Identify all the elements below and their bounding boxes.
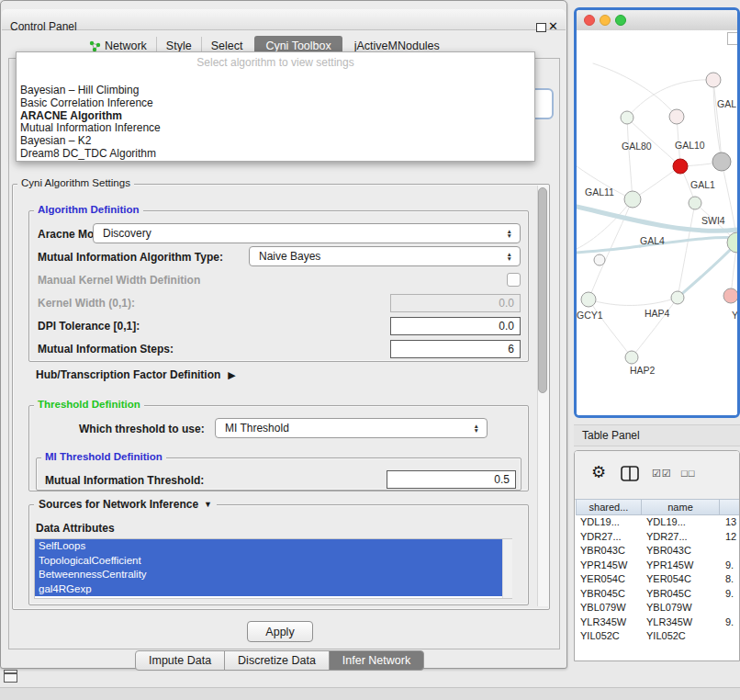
network-edge[interactable] [589,298,678,306]
data-attributes-list[interactable]: SelfLoopsTopologicalCoefficientBetweenne… [34,538,512,599]
algorithm-definition-title: Algorithm Definition [34,204,143,215]
collapsed-arrow-icon[interactable]: ▶ [228,369,235,381]
network-node[interactable] [581,292,596,307]
network-node[interactable] [669,109,684,124]
network-node[interactable] [723,288,737,303]
node-label: GAL11 [585,186,614,198]
network-edge[interactable] [589,299,632,357]
node-label: GAL1 [690,179,715,190]
data-attribute-item[interactable]: TopologicalCoefficient [35,554,505,569]
threshold-definition-title: Threshold Definition [34,399,144,410]
column-header[interactable] [719,499,740,515]
table-cell: YPR145W [577,559,643,573]
mac-minimize-icon[interactable] [600,15,611,26]
expanded-arrow-icon[interactable]: ▼ [204,500,212,509]
data-attribute-item[interactable]: SelfLoops [35,539,505,554]
which-threshold-value: MI Threshold [216,422,474,435]
network-edge[interactable] [713,80,722,162]
algorithm-option[interactable]: Basic Correlation Inference [18,97,533,110]
mi-threshold-label: Mutual Information Threshold: [45,474,204,487]
desktop-bottom-strip [0,687,740,700]
table-cell: 9. [722,587,740,602]
table-cell: YIL052C [577,629,643,644]
column-header[interactable]: shared... [576,499,642,515]
minimized-window-icon[interactable] [4,670,17,683]
mi-algorithm-type-combobox[interactable]: Naive Bayes ▲▼ [249,246,521,266]
network-edge[interactable] [577,246,640,253]
table-row[interactable]: YER054CYER054C8. [577,572,740,587]
dpi-tolerance-field[interactable]: 0.0 [390,317,521,335]
node-label: GAL4 [640,235,665,246]
network-node[interactable] [594,254,605,265]
deselect-all-icon[interactable]: □□ [681,468,695,479]
network-node[interactable] [712,152,731,171]
algorithm-option[interactable]: Mutual Information Inference [18,122,533,135]
column-header[interactable]: name [641,499,720,515]
network-node[interactable] [689,197,701,209]
column-selector-icon[interactable] [621,466,639,485]
close-window-icon[interactable]: ✕ [548,19,558,33]
which-threshold-combobox[interactable]: MI Threshold ▲▼ [215,418,488,438]
network-node[interactable] [671,291,684,304]
table-row[interactable]: YDR27...YDR27...12 [577,530,740,545]
table-row[interactable]: YDL19...YDL19...13 [577,515,740,530]
data-attributes-label: Data Attributes [36,522,115,535]
network-node[interactable] [706,73,721,87]
table-panel-title: Table Panel [582,429,640,442]
table-cell: 13 [722,515,740,530]
sources-group-title[interactable]: Sources for Network Inference ▼ [34,498,217,511]
mi-threshold-definition-title: MI Threshold Definition [41,451,166,462]
bottom-tab-discretize-data[interactable]: Discretize Data [224,650,330,671]
select-all-icon[interactable]: ☑☑ [652,468,672,480]
mi-threshold-field[interactable]: 0.5 [387,470,516,489]
network-node[interactable] [673,159,688,174]
data-attribute-item[interactable]: BetweennessCentrality [35,568,505,582]
network-edge[interactable] [627,118,633,199]
table-cell: YBR043C [643,544,722,559]
dpi-tolerance-label: DPI Tolerance [0,1]: [38,320,140,333]
table-cell: YLR345W [577,615,643,630]
network-edge[interactable] [632,298,678,357]
tab-label: Network [105,40,147,52]
network-node[interactable] [625,351,638,364]
table-row[interactable]: YLR345WYLR345W9. [577,615,740,630]
manual-kernel-width-checkbox[interactable] [507,273,521,287]
table-cell: YDR27... [577,530,643,545]
node-label: HAP4 [645,308,670,319]
hub-transcription-factor-section[interactable]: Hub/Transcription Factor Definition ▶ [36,368,236,381]
table-row[interactable]: YPR145WYPR145W9. [577,559,740,573]
table-cell: YDL19... [643,515,722,530]
network-node[interactable] [624,191,641,208]
mac-close-icon[interactable] [584,15,595,26]
algorithm-option[interactable]: ARACNE Algorithm [18,110,533,123]
mac-zoom-icon[interactable] [615,15,626,26]
apply-button[interactable]: Apply [247,621,313,642]
table-header-row[interactable]: shared...name [577,499,740,515]
algorithm-option[interactable]: Bayesian – K2 [18,135,533,148]
node-label: GCY1 [577,310,603,321]
network-node[interactable] [621,111,633,124]
mi-algorithm-type-value: Naive Bayes [250,250,507,263]
table-row[interactable]: YBR045CYBR045C9. [577,587,740,602]
bottom-tab-infer-network[interactable]: Infer Network [329,650,424,671]
network-canvas[interactable]: GAL80GAL10GAL11GAL1SWI4GAL4GCY1HAP4HAP2G… [577,30,737,415]
view-corner-widget[interactable] [727,32,739,45]
settings-scrollbar-thumb[interactable] [538,187,547,393]
node-label: GAL10 [675,140,705,151]
float-window-icon[interactable] [536,23,546,32]
table-cell: YER054C [577,572,643,587]
attributes-scrollbar-track[interactable] [502,539,512,598]
algorithm-option[interactable]: Dream8 DC_TDC Algorithm [18,148,533,161]
network-graph: GAL80GAL10GAL11GAL1SWI4GAL4GCY1HAP4HAP2G… [577,30,737,415]
aracne-mode-combobox[interactable]: Discovery ▲▼ [93,223,521,243]
gear-icon[interactable]: ⚙ [591,462,606,482]
data-attribute-item[interactable]: gal4RGexp [35,582,505,597]
tab-label: jActiveMNodules [354,40,440,52]
algorithm-option[interactable]: Bayesian – Hill Climbing [18,85,533,97]
table-row[interactable]: YIL052CYIL052C [577,629,740,644]
table-row[interactable]: YBL079WYBL079W [577,601,740,615]
bottom-tab-impute-data[interactable]: Impute Data [135,650,225,671]
node-label: SWI4 [701,215,725,226]
table-row[interactable]: YBR043CYBR043C [577,544,740,559]
mi-steps-field[interactable]: 6 [390,340,521,358]
